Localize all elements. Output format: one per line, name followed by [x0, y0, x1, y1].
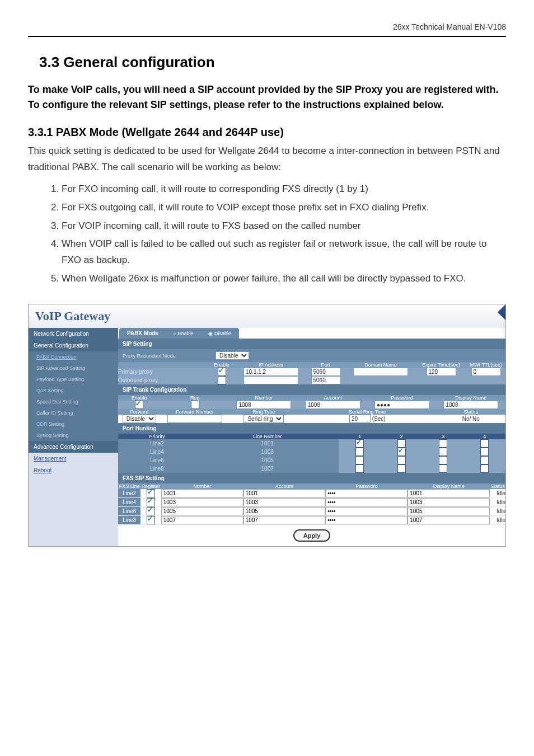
fxs-number-input[interactable]: [161, 498, 243, 506]
port-line8-num: 1007: [196, 464, 339, 473]
th-forward: Forward: [118, 409, 160, 415]
outbound-ip-input[interactable]: [243, 376, 298, 384]
fxs-line8-label: Line8: [118, 516, 140, 525]
port-checkbox[interactable]: [480, 439, 489, 448]
proxy-redundant-select[interactable]: Disable: [216, 351, 249, 360]
fxs-line6-label: Line6: [118, 507, 140, 516]
port-checkbox[interactable]: [480, 464, 489, 473]
fxs-number-input[interactable]: [161, 516, 243, 524]
sidebar-item-pabx-connection[interactable]: PABX Connection: [29, 351, 118, 363]
tab-label: PABX Mode: [127, 330, 158, 336]
apply-button[interactable]: Apply: [293, 529, 331, 542]
sidebar-item-reboot[interactable]: Reboot: [29, 464, 118, 476]
fxs-password-input[interactable]: [325, 498, 407, 506]
list-item: For FXS outgoing call, it will route to …: [62, 200, 506, 216]
fxs-number-input[interactable]: [161, 507, 243, 515]
port-checkbox[interactable]: [355, 448, 364, 456]
port-line6-label: Line6: [118, 456, 196, 464]
forward-number-input[interactable]: [167, 415, 222, 423]
port-checkbox[interactable]: [439, 439, 447, 448]
sec-label: (Sec): [372, 416, 386, 422]
header-rule: [28, 36, 506, 37]
app-title: VoIP Gateway: [29, 304, 505, 328]
main-panel: PABX Mode ○ Enable ◉ Disable SIP Setting…: [118, 328, 505, 546]
th-fxs-account: Account: [243, 483, 326, 489]
trunk-account-input[interactable]: [306, 401, 360, 409]
fxs-register-checkbox[interactable]: [147, 498, 155, 506]
expire-input[interactable]: [427, 368, 456, 376]
port-checkbox[interactable]: [355, 439, 364, 448]
port-checkbox[interactable]: [480, 456, 489, 464]
sidebar-item-cdr[interactable]: CDR Setting: [29, 419, 118, 430]
th-fxs-display: Display Name: [407, 483, 490, 489]
th-trunk-number: Number: [229, 395, 298, 401]
sidebar-item-speed-dial[interactable]: Speed Dial Setting: [29, 396, 118, 407]
trunk-enable-checkbox[interactable]: [135, 401, 143, 409]
sidebar: Network Configuration General Configurat…: [29, 328, 118, 546]
fxs-display-input[interactable]: [407, 516, 490, 524]
fxs-display-input[interactable]: [407, 498, 490, 506]
fxs-password-input[interactable]: [325, 489, 407, 497]
sidebar-item-sip-advanced[interactable]: SIP Advanced Setting: [29, 363, 118, 374]
port-checkbox[interactable]: [355, 456, 364, 464]
sidebar-item-payload-type[interactable]: Payload Type Setting: [29, 374, 118, 385]
port-checkbox[interactable]: [397, 456, 406, 464]
fxs-number-input[interactable]: [161, 489, 243, 497]
primary-port-input[interactable]: [311, 368, 341, 376]
fxs-display-input[interactable]: [407, 489, 490, 497]
fxs-register-checkbox[interactable]: [147, 489, 155, 497]
port-checkbox[interactable]: [480, 448, 489, 456]
outbound-port-input[interactable]: [311, 376, 341, 384]
port-checkbox[interactable]: [439, 456, 447, 464]
port-hunting-header: Port Hunting: [118, 423, 505, 434]
fxs-register-checkbox[interactable]: [147, 516, 155, 524]
forward-select[interactable]: Disable: [123, 415, 156, 423]
pabx-disable-radio[interactable]: ◉ Disable: [208, 331, 231, 336]
outbound-enable-checkbox[interactable]: [218, 376, 226, 384]
th-fxs-status: Status: [490, 483, 505, 489]
trunk-number-input[interactable]: [236, 401, 291, 409]
fxs-account-input[interactable]: [243, 498, 326, 506]
fxs-account-input[interactable]: [243, 516, 326, 524]
sidebar-item-management[interactable]: Management: [29, 453, 118, 464]
port-checkbox[interactable]: [355, 464, 364, 473]
sidebar-item-syslog[interactable]: Syslog Setting: [29, 430, 118, 441]
serial-ring-input[interactable]: [349, 415, 371, 423]
sidebar-item-caller-id[interactable]: Caller ID Setting: [29, 407, 118, 419]
fxs-status: Idle: [490, 498, 505, 507]
mwi-input[interactable]: [471, 368, 501, 376]
th-expire: Expire Time(sec): [416, 362, 466, 368]
primary-domain-input[interactable]: [353, 368, 408, 376]
primary-enable-checkbox[interactable]: [218, 368, 226, 376]
sidebar-item-advanced-config[interactable]: Advanced Configuration: [29, 441, 118, 453]
pabx-mode-tab: PABX Mode ○ Enable ◉ Disable: [119, 328, 239, 339]
pabx-enable-radio[interactable]: ○ Enable: [174, 331, 194, 336]
th-status: Status: [437, 409, 505, 415]
th-col-4: 4: [464, 434, 505, 439]
fxs-table: FXS Line Register Number Account Passwor…: [118, 483, 505, 525]
trunk-reg-checkbox[interactable]: [191, 401, 199, 409]
primary-ip-input[interactable]: [243, 368, 298, 376]
section-title: 3.3 General configuration: [39, 54, 506, 71]
ring-type-select[interactable]: Serial ring: [243, 415, 284, 423]
fxs-display-input[interactable]: [407, 507, 490, 515]
port-checkbox[interactable]: [439, 448, 447, 456]
port-line6-num: 1005: [196, 456, 339, 464]
port-checkbox[interactable]: [439, 464, 447, 473]
page-header: 26xx Technical Manual EN-V108: [28, 22, 506, 31]
th-domain: Domain Name: [345, 362, 416, 368]
port-line4-label: Line4: [118, 448, 196, 456]
sidebar-item-network-config[interactable]: Network Configuration: [29, 328, 118, 340]
port-checkbox[interactable]: [397, 448, 406, 456]
port-checkbox[interactable]: [397, 464, 406, 473]
fxs-account-input[interactable]: [243, 489, 326, 497]
fxs-account-input[interactable]: [243, 507, 326, 515]
fxs-register-checkbox[interactable]: [147, 507, 155, 515]
sidebar-item-qos[interactable]: QoS Setting: [29, 385, 118, 396]
fxs-password-input[interactable]: [325, 507, 407, 515]
sidebar-item-general-config[interactable]: General Configuration: [29, 340, 118, 351]
trunk-password-input[interactable]: [374, 401, 429, 409]
trunk-display-input[interactable]: [443, 401, 498, 409]
embedded-screenshot: VoIP Gateway Network Configuration Gener…: [28, 304, 506, 547]
fxs-password-input[interactable]: [325, 516, 407, 524]
